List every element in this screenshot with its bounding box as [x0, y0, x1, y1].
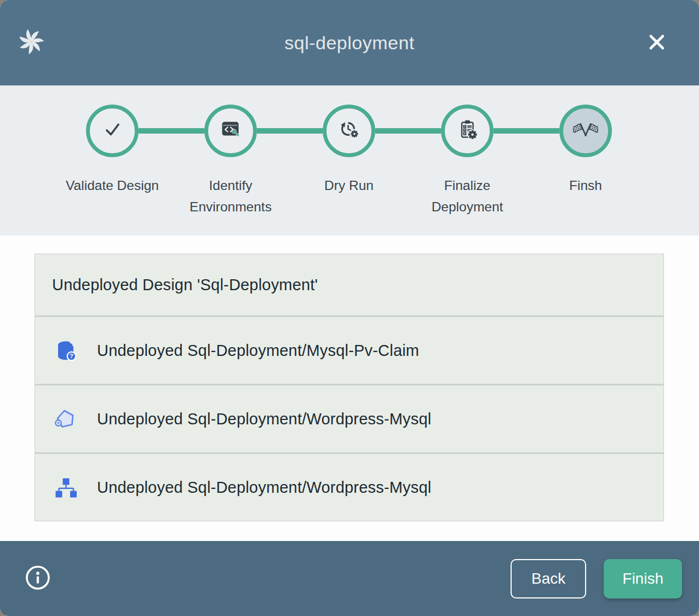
step-finalize-deployment: Finalize Deployment: [408, 105, 526, 217]
step-connector: [494, 128, 559, 134]
database-icon: ?: [53, 338, 78, 363]
status-row: Undeployed Sql-Deployment/Wordpress-Mysq…: [35, 385, 663, 452]
hierarchy-icon: [53, 475, 78, 500]
step-connector: [375, 128, 441, 134]
step-label: Validate Design: [66, 175, 159, 196]
deployment-wizard-dialog: sql-deployment: [0, 0, 699, 616]
step-circle[interactable]: [204, 105, 257, 157]
clipboard-checklist-gear-icon: [455, 117, 480, 145]
step-label: Finsh: [569, 175, 602, 196]
status-row: ? Undeployed Sql-Deployment/Mysql-Pv-Cla…: [35, 317, 663, 384]
step-circle[interactable]: [441, 105, 494, 157]
step-finish: Finsh: [526, 105, 645, 217]
wizard-stepper: Validate Design Identify En: [0, 85, 699, 235]
step-connector: [139, 128, 204, 134]
dialog-footer: Back Finish: [0, 541, 699, 616]
step-label: Finalize Deployment: [409, 175, 525, 217]
info-button[interactable]: [25, 565, 51, 592]
status-row: Undeployed Sql-Deployment/Wordpress-Mysq…: [35, 454, 663, 521]
back-button[interactable]: Back: [511, 559, 586, 598]
step-circle[interactable]: [559, 105, 612, 157]
step-circle[interactable]: [323, 105, 375, 157]
checkmark-icon: [100, 117, 125, 145]
status-text: Undeployed Sql-Deployment/Wordpress-Mysq…: [97, 410, 431, 428]
step-validate-design: Validate Design: [53, 105, 171, 217]
step-label: Dry Run: [324, 175, 374, 196]
code-window-wrench-icon: [218, 117, 243, 145]
status-text: Undeployed Sql-Deployment/Wordpress-Mysq…: [97, 479, 431, 497]
dialog-header: sql-deployment: [0, 0, 699, 85]
history-gear-icon: [336, 117, 362, 145]
status-text: Undeployed Sql-Deployment/Mysql-Pv-Claim: [97, 342, 419, 360]
status-header-text: Undeployed Design 'Sql-Deployment': [52, 276, 318, 294]
step-dry-run: Dry Run: [290, 105, 408, 217]
dialog-title: sql-deployment: [0, 32, 699, 54]
info-icon: [25, 565, 51, 592]
deployment-status-panel: Undeployed Design 'Sql-Deployment' ? Und…: [35, 254, 664, 521]
step-identify-environments: Identify Environments: [171, 105, 290, 217]
checkered-flags-icon: [573, 117, 598, 145]
status-header-row: Undeployed Design 'Sql-Deployment': [35, 254, 663, 315]
dialog-body: Undeployed Design 'Sql-Deployment' ? Und…: [0, 235, 699, 541]
finish-button[interactable]: Finish: [604, 559, 682, 598]
step-circle[interactable]: [86, 105, 139, 157]
step-connector: [257, 128, 323, 134]
svg-text:?: ?: [70, 353, 73, 359]
step-label: Identify Environments: [173, 175, 289, 217]
pentagon-icon: [53, 406, 78, 431]
